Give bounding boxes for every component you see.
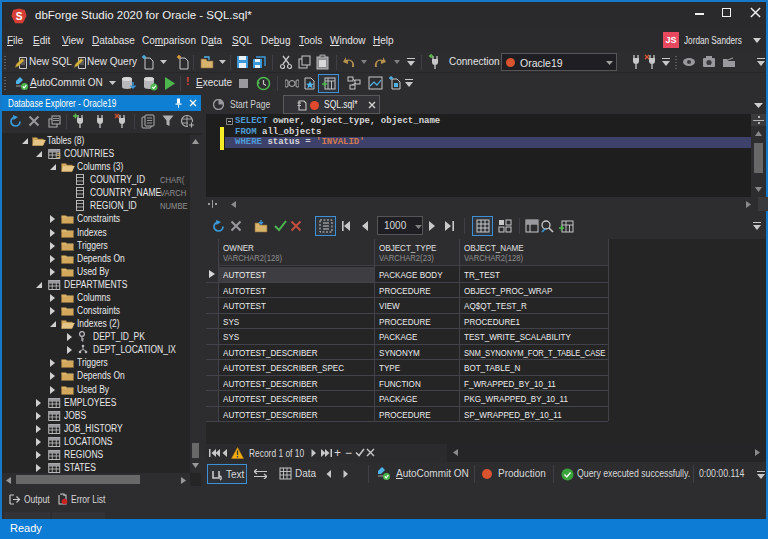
svg-text:S: S (16, 11, 23, 22)
